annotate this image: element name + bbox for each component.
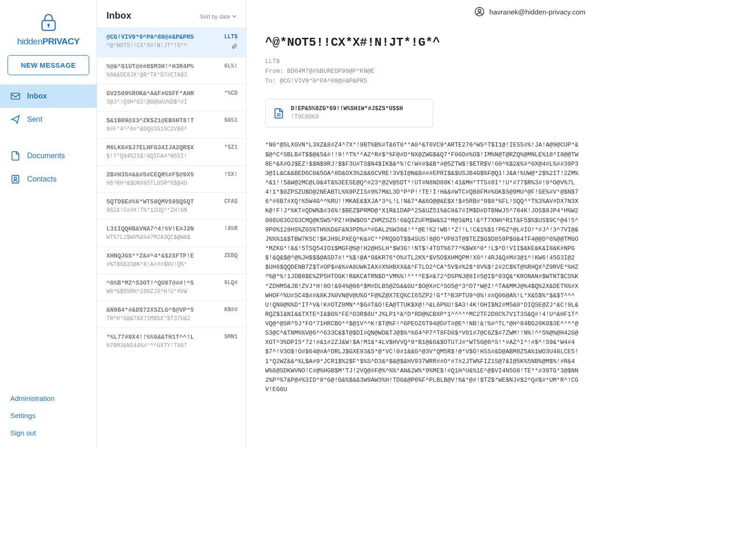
- svg-point-5: [14, 177, 17, 180]
- email-item-date: ZEBQ: [224, 252, 238, 259]
- attachment-info: D!EP&5%8ZG*69!!W%SH1W*#J$ZS*U$$H !T9C9DK…: [291, 105, 403, 121]
- email-item-subject: TR^H*G@&7AX71M$%X*$T37U&2: [106, 315, 219, 322]
- email-item[interactable]: 5QTD$E#%6*WT58QMVS9$QSQT862X!C##X!T%*12U…: [97, 192, 246, 219]
- email-item-date: !A%R: [224, 225, 238, 232]
- email-item-date: 6LQ#: [224, 280, 238, 286]
- email-item-to: @CG!VIV9*0^PA^88@#&P&PR5: [106, 34, 219, 41]
- sent-icon: [10, 114, 21, 125]
- message-meta: LLT$ From: BD64M7@#%BUREGP98@P*KN@E To: …: [265, 57, 579, 86]
- message-body: *N0*@SLXGVN*L3XZ&8#Z4^7X*!9BT%B%#T&6T0**…: [265, 140, 579, 448]
- email-item-subject: H7BM3&NS44%#*^^UXTY!TX67: [106, 343, 219, 349]
- sidebar-footer: Administration Settings Sign out: [0, 394, 97, 448]
- email-item-to: L31IQQHB&VNA7^4!%V!E#J2N: [106, 225, 219, 232]
- email-item-subject: 9#F*4^^8#*&DQ03G15C2V$8^: [106, 126, 219, 133]
- svg-rect-3: [11, 93, 20, 99]
- sidebar-item-inbox[interactable]: Inbox: [0, 84, 97, 108]
- contacts-icon: [10, 174, 21, 184]
- sidebar-item-documents[interactable]: Documents: [0, 144, 97, 168]
- brand: hiddenPRIVACY: [0, 0, 97, 55]
- nav-label: Documents: [27, 152, 65, 160]
- email-item-to: *%L77#9X4!!%%6&&TH1T^^!L: [106, 334, 219, 341]
- message-date: LLT$: [265, 57, 579, 67]
- email-item-subject: 862X!C##X!T%*12UQ^*2H!GN: [106, 207, 219, 214]
- nav: Inbox Sent Documents: [0, 84, 97, 191]
- chevron-down-icon: [232, 14, 237, 20]
- attachment[interactable]: D!EP&5%8ZG*69!!W%SH1W*#J$ZS*U$$H !T9C9DK…: [265, 99, 433, 127]
- email-item[interactable]: M6LK6#$J7ELHFG34IJA2QR$X$!T*Q84%I5$!8QIF…: [97, 138, 246, 165]
- email-item-subject: 3@J^!Q9H^G3!@0@%KV%D$^#I: [106, 99, 219, 105]
- footer-link-settings[interactable]: Settings: [10, 412, 86, 420]
- email-item[interactable]: L31IQQHB&VNA7^4!%V!E#J2NWT%7L2$WV%&%47M2…: [97, 219, 246, 246]
- email-item[interactable]: XHNQJGS**Z&#^4*&$2XFTP!E#%T$%$33@K^8!A##…: [97, 246, 246, 273]
- sidebar-item-contacts[interactable]: Contacts: [0, 168, 97, 191]
- attachment-size: !T9C9DK0: [291, 113, 403, 122]
- nav-label: Contacts: [27, 175, 56, 183]
- svg-point-7: [478, 9, 481, 12]
- footer-link-administration[interactable]: Administration: [10, 394, 86, 402]
- file-icon: [273, 108, 284, 119]
- message-subject: ^@*NOT5!!CX*X#!N!JT*!G*^: [265, 35, 579, 49]
- user-email: havranek@hidden-privacy.com: [489, 8, 585, 16]
- documents-icon: [10, 151, 21, 161]
- email-item[interactable]: ^G%B*MZ^S3OT!^QU97@##!^5W8^%$O%RH^288ZJX…: [97, 273, 246, 301]
- email-item-subject: ^@*NOT5!!CX*X#!N!JT*!G*^: [106, 42, 219, 49]
- top-bar: havranek@hidden-privacy.com: [247, 0, 598, 17]
- email-item-date: LLT$: [224, 34, 238, 40]
- reading-pane: havranek@hidden-privacy.com ^@*NOT5!!CX*…: [247, 0, 598, 448]
- email-item-date: 9&%1: [224, 117, 238, 124]
- footer-link-signout[interactable]: Sign out: [10, 429, 86, 437]
- nav-label: Inbox: [27, 92, 47, 100]
- nav-label: Sent: [27, 115, 42, 124]
- inbox-icon: [10, 91, 21, 101]
- email-item-to: ^G%B*MZ^S3OT!^QU97@##!^5: [106, 280, 219, 287]
- message-header: ^@*NOT5!!CX*X#!N!JT*!G*^ LLT$ From: BD64…: [247, 17, 598, 94]
- attachment-name: D!EP&5%8ZG*69!!W%SH1W*#J$ZS*U$$H: [291, 105, 403, 113]
- email-item-subject: W8^%$O%RH^288ZJX^H!U*HVW: [106, 288, 219, 295]
- email-item-to: 2B#H35#&&#5#CEQR%#F$@9X5: [106, 171, 219, 178]
- sort-label: Sort by date: [200, 14, 230, 20]
- lock-icon: [41, 13, 56, 34]
- list-header: Inbox Sort by date: [97, 0, 246, 28]
- message-from-label: From:: [265, 68, 283, 75]
- email-item-to: $&1B09@33^ZK$Z1@EB6HT8!T: [106, 117, 219, 124]
- email-item[interactable]: 2B#H35#&&#5#CEQR%#F$@9X5H6^RH^&$UNX05TL0…: [97, 165, 246, 192]
- email-item-to: GV2509%ROK&^A&F#GSFF*AHR: [106, 90, 219, 97]
- email-item-subject: $!T*Q84%I5$!8QIFA#^N55I!: [106, 153, 219, 160]
- email-item[interactable]: *%L77#9X4!!%%6&&TH1T^^!LH7BM3&NS44%#*^^U…: [97, 328, 246, 355]
- email-item-subject: #%T$%$33@K^8!A###$NV!Q%*: [106, 261, 219, 268]
- sort-by-dropdown[interactable]: Sort by date: [200, 14, 237, 20]
- brand-name: hiddenPRIVACY: [0, 36, 97, 47]
- email-list[interactable]: @CG!VIV9*0^PA^88@#&P&PR5^@*NOT5!!CX*X#!N…: [97, 28, 246, 448]
- message-to-label: To:: [265, 77, 276, 84]
- message-from: BD64M7@#%BUREGP98@P*KN@E: [287, 68, 374, 75]
- email-item-date: 6L%!: [224, 63, 238, 70]
- email-item[interactable]: GV2509%ROK&^A&F#GSFF*AHR3@J^!Q9H^G3!@0@%…: [97, 84, 246, 111]
- email-item[interactable]: %@&^$1UT@##8$M3H!^H3R4P%%8&&OE8JX*@R*TK*…: [97, 57, 246, 84]
- email-item-to: M6LK6#$J7ELHFG34IJA2QR$X: [106, 144, 219, 151]
- email-item-date: !5X!: [224, 171, 238, 178]
- email-item-date: CFA$: [224, 198, 238, 205]
- email-item-date: KN##: [224, 307, 238, 313]
- email-item[interactable]: &N9B4*#&D$72XSZLG^$@VP*5TR^H*G@&7AX71M$%…: [97, 301, 246, 328]
- new-message-button[interactable]: NEW MESSAGE: [7, 55, 89, 75]
- sidebar-item-sent[interactable]: Sent: [0, 108, 97, 131]
- email-item-to: %@&^$1UT@##8$M3H!^H3R4P%: [106, 63, 219, 70]
- message-to: @CG!VIV9*0^PA^88@#&P&PR5: [280, 77, 367, 84]
- email-item[interactable]: $&1B09@33^ZK$Z1@EB6HT8!T9#F*4^^8#*&DQ03G…: [97, 111, 246, 138]
- svg-rect-2: [48, 25, 49, 28]
- email-item-subject: WT%7L2$WV%&%47M2A3QC$@W&$: [106, 234, 219, 241]
- email-item-date: SMN1: [224, 334, 238, 340]
- email-item[interactable]: @CG!VIV9*0^PA^88@#&P&PR5^@*NOT5!!CX*X#!N…: [97, 28, 246, 57]
- paperclip-icon: [231, 43, 238, 51]
- list-title: Inbox: [106, 10, 131, 21]
- email-item-subject: H6^RH^&$UNX05TL05R^%$@4O: [106, 180, 219, 187]
- user-icon: [474, 7, 485, 17]
- sidebar: hiddenPRIVACY NEW MESSAGE Inbox: [0, 0, 97, 448]
- email-item-date: *$Z1: [224, 144, 238, 151]
- email-item-to: XHNQJGS**Z&#^4*&$2XFTP!E: [106, 252, 219, 259]
- email-list-pane: Inbox Sort by date @CG!VIV9*0^PA^88@#&P&…: [97, 0, 247, 448]
- email-item-to: &N9B4*#&D$72XSZLG^$@VP*5: [106, 307, 219, 314]
- email-item-subject: %8&&OE8JX*@R*TK*D7#CTA83: [106, 72, 219, 78]
- email-item-to: 5QTD$E#%6*WT58QMVS9$QSQT: [106, 198, 219, 205]
- email-item-date: *%CD: [224, 90, 238, 97]
